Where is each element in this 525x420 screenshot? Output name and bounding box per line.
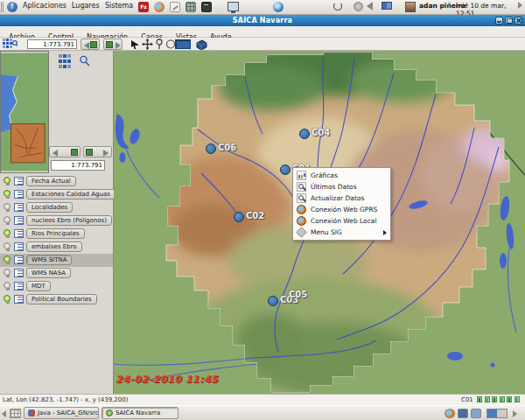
layer-label[interactable]: Rios Principales [26,228,85,239]
layer-row-estaciones[interactable]: Estaciones Calidad Aguas [0,188,113,201]
zoom-next-button[interactable] [103,38,122,50]
select-tool-icon[interactable] [131,40,139,49]
files-task-icon[interactable] [471,409,481,418]
overview-minimap[interactable] [0,51,49,173]
context-item-graficas[interactable]: Gráficas [293,170,390,181]
context-item-actualizar-datos[interactable]: Actualizar Datos [293,192,390,204]
extent-next-button[interactable] [83,146,112,158]
layer-row-wms-nasa[interactable]: WMS NASA [0,267,113,280]
firefox-task-icon[interactable] [444,409,455,418]
layer-legend-icon[interactable] [14,203,24,212]
layer-row-mdt[interactable]: MDT [0,280,113,293]
layer-visibility-bulb-icon[interactable] [4,269,10,276]
task-label: Java - SAICA_GN/srcgr... [38,410,99,416]
layer-label[interactable]: Localidades [26,202,73,213]
taskbar-scroll-left-icon[interactable] [2,410,6,417]
layer-label[interactable]: WMS SITNA [26,255,72,265]
taskbar-scroll-right-icon[interactable] [513,410,517,417]
user-avatar[interactable] [405,2,416,12]
layer-legend-icon[interactable] [14,256,24,264]
volume-tray-icon[interactable] [367,2,373,10]
panel-menu-aplicaciones[interactable]: Aplicaciones [23,2,66,10]
window-list-icon[interactable] [10,409,21,418]
text-editor-launcher-icon[interactable] [170,2,180,12]
refresh-tray-icon[interactable] [333,2,342,10]
layer-legend-icon[interactable] [14,229,24,238]
workspace-1[interactable] [487,410,497,417]
layer-label[interactable]: Estaciones Calidad Aguas [26,189,116,200]
layer-legend-icon[interactable] [14,177,24,186]
identify-tool-icon[interactable] [155,38,164,50]
context-item-conexion-web-local[interactable]: Conexión Web Local [293,215,390,227]
layer-row-fecha-actual[interactable]: Fecha Actual [0,175,113,188]
pan-compass-icon[interactable] [2,38,18,50]
panel-grip[interactable] [1,2,4,12]
layer-visibility-bulb-icon[interactable] [4,229,10,236]
context-item-conexion-web-gprs[interactable]: Conexión Web GPRS [293,204,390,215]
minimap-zoom-icon[interactable] [79,55,90,67]
filezilla-launcher-icon[interactable]: Fz [138,2,149,12]
layer-visibility-bulb-icon[interactable] [4,256,10,262]
task-button-saica[interactable]: SAICA Navarra [102,407,178,419]
station-marker-icon[interactable] [234,212,244,222]
firefox-launcher-icon[interactable] [154,2,164,12]
context-item-menu-sig[interactable]: Menu SIG [293,227,390,238]
layer-label[interactable]: Political Boundaries [26,294,97,304]
panel-menu-lugares[interactable]: Lugares [72,2,100,10]
zoom-previous-button[interactable] [80,38,100,50]
layer-visibility-bulb-icon[interactable] [4,177,10,184]
power-tray-icon[interactable] [354,2,363,11]
station-marker-icon[interactable] [268,296,278,306]
layer-legend-icon[interactable] [14,242,24,251]
computer-icon[interactable] [228,2,239,11]
panel-menu-sistema[interactable]: Sistema [105,2,133,10]
maximize-button[interactable] [505,17,513,24]
distro-logo-icon[interactable]: f [7,2,18,12]
layer-visibility-bulb-icon[interactable] [4,242,10,249]
layer-visibility-bulb-icon[interactable] [4,282,10,289]
layer-visibility-bulb-icon[interactable] [4,203,10,210]
panel-overflow-arrow-icon[interactable] [518,2,522,9]
scale-input[interactable] [27,39,77,49]
task-button-java[interactable]: Java - SAICA_GN/srcgr... [24,407,99,419]
station-marker-icon[interactable] [280,164,290,175]
layer-visibility-bulb-icon[interactable] [4,190,10,197]
calculator-launcher-icon[interactable] [186,2,196,12]
3d-view-tool-icon[interactable] [195,38,208,51]
layer-legend-icon[interactable] [14,190,24,199]
layer-label[interactable]: embalses Ebro [26,242,82,252]
network-tray-icon[interactable] [382,2,392,10]
workspace-switcher[interactable] [486,409,508,418]
extent-previous-button[interactable] [49,146,80,158]
world-icon[interactable] [273,2,284,12]
terminal-launcher-icon[interactable] [201,2,212,12]
minimize-button[interactable] [495,17,503,24]
layer-row-nucleos-ebro[interactable]: nucleos Ebro (Polígonos) [0,214,113,228]
layer-row-embalses-ebro[interactable]: embalses Ebro [0,241,113,254]
sidebar-scale-input[interactable] [51,160,105,171]
station-marker-icon[interactable] [206,144,216,154]
layer-visibility-bulb-icon[interactable] [4,295,10,302]
layer-label[interactable]: MDT [26,281,51,291]
minimap-pan-compass-icon[interactable] [56,54,75,72]
layer-legend-icon[interactable] [14,269,24,277]
layer-row-rios-principales[interactable]: Rios Principales [0,228,113,241]
layer-legend-icon[interactable] [14,216,24,225]
station-marker-icon[interactable] [299,129,310,139]
layer-row-localidades[interactable]: Localidades [0,201,113,214]
layer-row-wms-sitna[interactable]: WMS SITNA [0,254,113,267]
layer-label[interactable]: WMS NASA [26,268,71,278]
layer-legend-icon[interactable] [14,282,24,290]
layer-legend-icon[interactable] [14,295,24,304]
context-item-ultimos-datos[interactable]: Últimos Datos [293,181,390,192]
close-button[interactable] [514,17,522,24]
layer-label[interactable]: Fecha Actual [26,176,76,186]
window-titlebar[interactable]: SAICA Navarra [0,15,525,26]
terminal-task-icon[interactable] [458,409,468,418]
rectangle-select-tool-button[interactable] [175,39,191,49]
layer-visibility-bulb-icon[interactable] [4,216,10,223]
layer-row-political-boundaries[interactable]: Political Boundaries [0,293,113,306]
workspace-2[interactable] [497,410,507,417]
layer-label[interactable]: nucleos Ebro (Polígonos) [26,215,112,226]
pan-tool-icon[interactable] [142,38,153,50]
